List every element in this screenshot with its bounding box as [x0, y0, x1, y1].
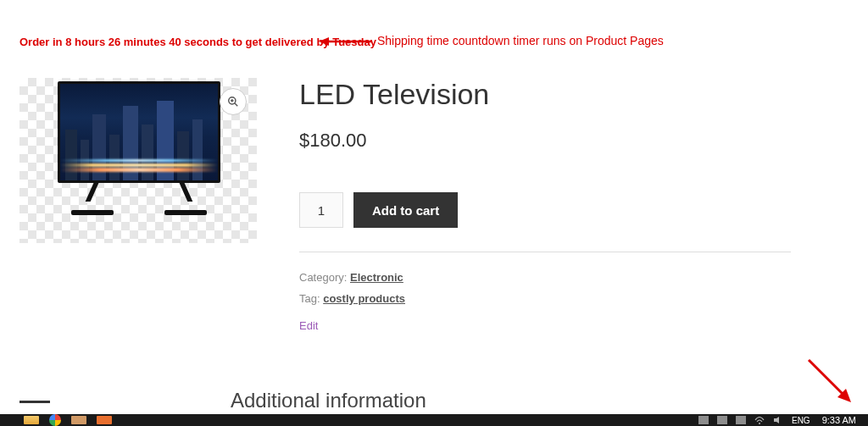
- product-title: LED Television: [299, 78, 791, 111]
- category-label: Category:: [299, 271, 347, 284]
- tag-link[interactable]: costly products: [323, 292, 405, 305]
- svg-line-3: [235, 103, 238, 107]
- add-to-cart-button[interactable]: Add to cart: [353, 192, 458, 228]
- taskbar-app-icon[interactable]: [97, 416, 112, 424]
- tag-label: Tag:: [299, 292, 320, 305]
- clock[interactable]: 9:33 AM: [819, 415, 860, 425]
- annotation-arrow-2-icon: [805, 357, 856, 407]
- magnify-icon: [227, 96, 239, 108]
- annotation-text: Shipping time countdown timer runs on Pr…: [377, 34, 664, 47]
- taskbar-app-icon[interactable]: [71, 416, 86, 424]
- divider: [299, 252, 791, 252]
- tv-graphic: [58, 81, 220, 217]
- annotation-arrow-icon: [319, 36, 371, 47]
- svg-line-6: [809, 360, 846, 397]
- svg-marker-12: [774, 417, 779, 423]
- language-indicator[interactable]: ENG: [792, 416, 810, 425]
- taskbar-app-explorer-icon[interactable]: [24, 416, 39, 424]
- additional-info-heading: Additional information: [231, 389, 426, 412]
- tray-icon[interactable]: [736, 416, 746, 424]
- taskbar-app-chrome-icon[interactable]: [49, 414, 61, 426]
- quantity-input[interactable]: [299, 192, 343, 228]
- tray-icon[interactable]: [717, 416, 727, 424]
- svg-rect-8: [698, 416, 709, 424]
- edit-link[interactable]: Edit: [299, 319, 318, 332]
- tray-icon[interactable]: [698, 416, 709, 424]
- category-link[interactable]: Electronic: [350, 271, 403, 284]
- tab-indicator: [19, 401, 50, 403]
- svg-point-11: [759, 423, 760, 424]
- product-image[interactable]: [19, 78, 257, 243]
- product-price: $180.00: [299, 130, 791, 152]
- taskbar[interactable]: ENG 9:33 AM: [0, 414, 868, 426]
- svg-marker-1: [319, 37, 329, 46]
- wifi-icon[interactable]: [754, 416, 765, 424]
- volume-icon[interactable]: [773, 416, 783, 424]
- zoom-button[interactable]: [220, 88, 247, 115]
- svg-rect-9: [717, 416, 727, 424]
- svg-rect-10: [736, 416, 746, 424]
